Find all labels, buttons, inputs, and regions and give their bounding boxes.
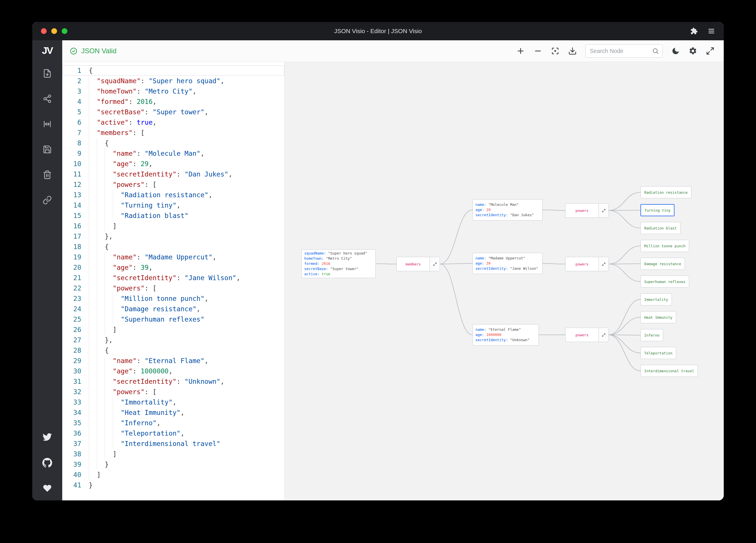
line-number[interactable]: 29: [62, 355, 81, 366]
editor-line[interactable]: 3"homeTown": "Metro City",: [62, 86, 284, 97]
line-number[interactable]: 20: [62, 262, 81, 272]
editor-line[interactable]: 2"squadName": "Super hero squad",: [62, 76, 284, 86]
line-number[interactable]: 24: [62, 304, 81, 314]
line-number[interactable]: 23: [62, 293, 81, 304]
graph-node-powers-3[interactable]: powers: [565, 328, 609, 342]
app-logo[interactable]: JV: [42, 45, 53, 56]
graph-node-leaf-radiation-blast[interactable]: Radiation blast: [640, 222, 681, 234]
line-number[interactable]: 36: [62, 428, 81, 438]
editor-line[interactable]: 29"name": "Eternal Flame",: [62, 355, 284, 366]
save-json-icon[interactable]: [43, 145, 52, 154]
graph-node-member-2[interactable]: name: "Madame Uppercut"age: 39secretIden…: [473, 253, 543, 274]
editor-line[interactable]: 30"age": 1000000,: [62, 366, 284, 376]
minimize-button[interactable]: [51, 28, 57, 34]
editor-line[interactable]: 34"Heat Immunity",: [62, 407, 284, 418]
editor-line[interactable]: 23"Million tonne punch",: [62, 293, 284, 304]
editor-line[interactable]: 27},: [62, 335, 284, 345]
graph-node-leaf-inferno[interactable]: Inferno: [640, 329, 663, 341]
line-number[interactable]: 39: [62, 459, 81, 470]
twitter-icon[interactable]: [43, 432, 52, 442]
graph-node-leaf-teleportation[interactable]: Teleportation: [640, 347, 676, 359]
collapse-node-button[interactable]: [598, 257, 608, 271]
editor-line[interactable]: 26]: [62, 324, 284, 335]
line-number[interactable]: 34: [62, 407, 81, 418]
download-icon[interactable]: [568, 47, 577, 55]
editor-line[interactable]: 18{: [62, 242, 284, 252]
line-number[interactable]: 33: [62, 397, 81, 407]
line-number[interactable]: 6: [62, 117, 81, 128]
line-number[interactable]: 10: [62, 159, 81, 169]
editor-line[interactable]: 32"powers": [: [62, 387, 284, 397]
dark-mode-moon-icon[interactable]: [671, 47, 680, 55]
line-number[interactable]: 28: [62, 345, 81, 355]
line-number[interactable]: 22: [62, 283, 81, 293]
editor-line[interactable]: 39}: [62, 459, 284, 470]
line-number[interactable]: 11: [62, 169, 81, 179]
graph-node-member-3[interactable]: name: "Eternal Flame"age: 1000000secretI…: [473, 324, 539, 345]
graph-node-member-1[interactable]: name: "Molecule Man"age: 29secretIdentit…: [473, 199, 543, 221]
search-icon[interactable]: [652, 48, 659, 54]
fit-width-icon[interactable]: [43, 120, 52, 129]
line-number[interactable]: 7: [62, 128, 81, 138]
line-number[interactable]: 37: [62, 438, 81, 449]
zoom-in-icon[interactable]: [516, 47, 525, 55]
graph-node-leaf-interdimensional-travel[interactable]: Interdimensional travel: [640, 365, 698, 377]
editor-line[interactable]: 41}: [62, 480, 284, 490]
menu-hamburger-icon[interactable]: [708, 27, 715, 35]
editor-line[interactable]: 9"name": "Molecule Man",: [62, 148, 284, 159]
editor-line[interactable]: 8{: [62, 138, 284, 148]
github-icon[interactable]: [42, 458, 52, 468]
graph-node-leaf-damage-resistance[interactable]: Damage resistance: [640, 258, 685, 270]
graph-node-members[interactable]: members: [396, 257, 440, 271]
line-number[interactable]: 3: [62, 86, 81, 97]
editor-line[interactable]: 12"powers": [: [62, 179, 284, 190]
graph-node-powers-1[interactable]: powers: [565, 203, 609, 218]
line-number[interactable]: 40: [62, 470, 81, 480]
line-number[interactable]: 41: [62, 480, 81, 490]
json-code-editor[interactable]: 1{2"squadName": "Super hero squad",3"hom…: [62, 62, 285, 500]
line-number[interactable]: 31: [62, 376, 81, 387]
editor-line[interactable]: 35"Inferno",: [62, 418, 284, 428]
line-number[interactable]: 32: [62, 387, 81, 397]
editor-line[interactable]: 4"formed": 2016,: [62, 97, 284, 107]
editor-line[interactable]: 22"powers": [: [62, 283, 284, 293]
editor-line[interactable]: 13"Radiation resistance",: [62, 190, 284, 200]
editor-line[interactable]: 17},: [62, 231, 284, 242]
line-number[interactable]: 14: [62, 200, 81, 211]
graph-node-leaf-million-tonne-punch[interactable]: Million tonne punch: [640, 240, 689, 252]
graph-node-leaf-heat-immunity[interactable]: Heat Immunity: [640, 311, 676, 323]
editor-line[interactable]: 38]: [62, 449, 284, 459]
sponsor-heart-icon[interactable]: [43, 484, 52, 493]
line-number[interactable]: 12: [62, 179, 81, 190]
extensions-puzzle-icon[interactable]: [690, 27, 698, 35]
collapse-node-button[interactable]: [430, 257, 440, 271]
line-number[interactable]: 21: [62, 272, 81, 283]
close-button[interactable]: [41, 28, 47, 34]
line-number[interactable]: 27: [62, 335, 81, 345]
center-focus-icon[interactable]: [551, 47, 560, 55]
graph-node-root[interactable]: squadName: "Super hero squad"homeTown: "…: [301, 249, 376, 278]
editor-line[interactable]: 5"secretBase": "Super tower",: [62, 107, 284, 117]
line-number[interactable]: 17: [62, 231, 81, 242]
fullscreen-icon[interactable]: [706, 47, 715, 55]
editor-line[interactable]: 28{: [62, 345, 284, 355]
clear-json-trash-icon[interactable]: [43, 170, 52, 179]
editor-line[interactable]: 21"secretIdentity": "Jane Wilson",: [62, 272, 284, 283]
editor-line[interactable]: 37"Interdimensional travel": [62, 438, 284, 449]
line-number[interactable]: 38: [62, 449, 81, 459]
graph-node-leaf-turning-tiny[interactable]: Turning tiny: [640, 204, 674, 216]
editor-line[interactable]: 24"Damage resistance",: [62, 304, 284, 314]
graph-canvas[interactable]: squadName: "Super hero squad"homeTown: "…: [285, 62, 724, 500]
editor-line[interactable]: 6"active": true,: [62, 117, 284, 128]
editor-line[interactable]: 36"Teleportation",: [62, 428, 284, 438]
line-number[interactable]: 19: [62, 252, 81, 262]
line-number[interactable]: 2: [62, 76, 81, 86]
editor-line[interactable]: 19"name": "Madame Uppercut",: [62, 252, 284, 262]
line-number[interactable]: 18: [62, 242, 81, 252]
line-number[interactable]: 9: [62, 148, 81, 159]
line-number[interactable]: 4: [62, 97, 81, 107]
editor-line[interactable]: 11"secretIdentity": "Dan Jukes",: [62, 169, 284, 179]
editor-line[interactable]: 16]: [62, 221, 284, 231]
graph-node-leaf-superhuman-reflexes[interactable]: Superhuman reflexes: [640, 275, 689, 287]
collapse-node-button[interactable]: [598, 328, 608, 342]
